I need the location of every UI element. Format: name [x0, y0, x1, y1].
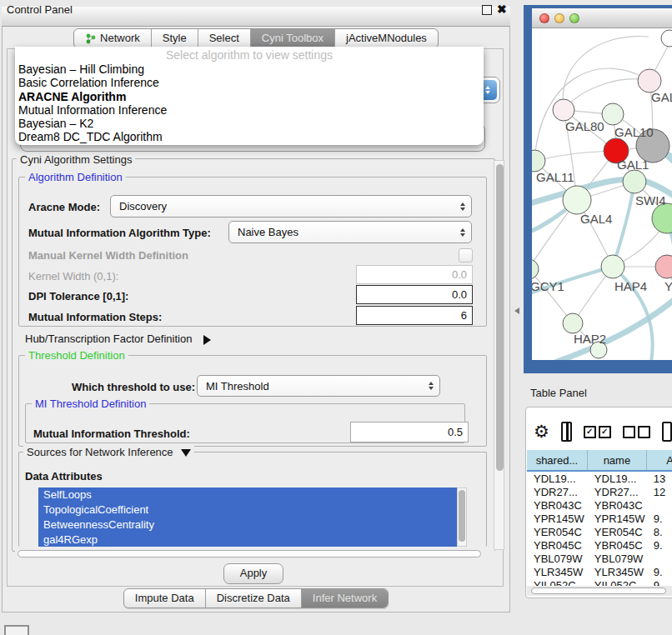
manual-kernel-label: Manual Kernel Width Definition [28, 249, 188, 262]
table-cell: YLR345W [588, 566, 647, 578]
tab-style[interactable]: Style [151, 29, 198, 48]
apply-button[interactable]: Apply [223, 563, 283, 584]
table-cell: YBR043C [527, 499, 588, 512]
tab-label: Infer Network [313, 589, 377, 608]
panel-collapse-icon[interactable] [514, 308, 519, 314]
float-window-icon[interactable] [482, 5, 492, 15]
attributes-scrollbar[interactable] [457, 488, 467, 547]
dpi-tolerance-label: DPI Tolerance [0,1]: [28, 290, 128, 302]
tab-network[interactable]: Network [74, 29, 151, 48]
mi-threshold-field[interactable]: 0.5 [350, 422, 469, 442]
node-label-gal4: GAL4 [580, 212, 612, 226]
network-node[interactable] [652, 203, 672, 233]
network-icon [85, 33, 96, 44]
select-all-icon[interactable]: ✓✓ [584, 426, 611, 438]
table-panel-title: Table Panel [530, 387, 587, 399]
attribute-item-betweennesscentrality[interactable]: BetweennessCentrality [38, 518, 457, 532]
aracne-mode-combobox[interactable]: Discovery [110, 195, 472, 218]
mi-threshold-value: 0.5 [448, 426, 463, 438]
algorithm-option-aracne-algorithm[interactable]: ARACNE Algorithm [15, 90, 484, 103]
aracne-mode-label: Aracne Mode: [28, 201, 100, 213]
algorithm-option-basic-correlation-inference[interactable]: Basic Correlation Inference [15, 76, 484, 89]
tab-select[interactable]: Select [198, 29, 250, 48]
network-canvas[interactable]: GALGAL80GAL10GAL1GAL11SWI4GAL4GCY1HAP4YH… [532, 28, 672, 360]
algorithm-option-mutual-information-inference[interactable]: Mutual Information Inference [15, 103, 484, 117]
mi-type-combobox[interactable]: Naive Bayes [228, 221, 472, 243]
mi-threshold-group-title: MI Threshold Definition [32, 398, 149, 410]
network-node-hap2[interactable] [563, 313, 583, 333]
document-icon[interactable] [662, 422, 672, 442]
table-header-row: shared...nameA [527, 450, 672, 472]
table-row[interactable]: YLR345WYLR345W9. [527, 565, 672, 578]
table-cell: YBL079W [588, 552, 647, 565]
attribute-item-topologicalcoefficient[interactable]: TopologicalCoefficient [38, 502, 457, 518]
mac-minimize-icon[interactable] [554, 13, 564, 23]
table-row[interactable]: YDL19...YDL19...13 [527, 472, 672, 485]
table-cell: YBL079W [527, 552, 588, 565]
manual-kernel-checkbox[interactable] [459, 248, 473, 262]
table-cell: YLR345W [527, 566, 588, 578]
tab-label: Cyni Toolbox [262, 29, 323, 48]
column-header-2[interactable]: name [588, 450, 647, 470]
table-cell: YBR045C [588, 539, 647, 552]
tab-infer-network[interactable]: Infer Network [301, 589, 388, 608]
column-header-3[interactable]: A [647, 450, 672, 470]
table-row[interactable]: YBR043CYBR043C [527, 498, 672, 512]
node-label-gal: GAL [651, 90, 672, 104]
table-row[interactable]: YBL079WYBL079W [527, 552, 672, 565]
network-node-y[interactable] [655, 255, 672, 278]
algorithm-option-dream8-dc-tdc-algorithm[interactable]: Dream8 DC_TDC Algorithm [15, 130, 484, 143]
hub-definition-toggle[interactable]: Hub/Transcription Factor Definition [25, 332, 211, 345]
tab-discretize-data[interactable]: Discretize Data [205, 589, 301, 608]
tab-jactivemnodules[interactable]: jActiveMNodules [334, 29, 438, 48]
close-icon[interactable]: ✖ [497, 2, 507, 16]
bottom-tab-strip: Impute DataDiscretize DataInfer Network [123, 588, 389, 608]
network-window-titlebar[interactable] [532, 8, 672, 28]
screenshot-stage: Control Panel ✖ NetworkStyleSelectCyni T… [0, 0, 672, 635]
column-header-1[interactable]: shared... [527, 450, 588, 470]
minimized-panel-icon[interactable] [4, 625, 29, 635]
sources-group-title[interactable]: Sources for Network Inference [23, 446, 194, 458]
network-node-gal4[interactable] [563, 186, 591, 214]
expand-right-icon[interactable] [203, 335, 211, 345]
which-threshold-combobox[interactable]: MI Threshold [197, 375, 440, 397]
node-table: shared...nameA YDL19...YDL19...13YDR27..… [527, 450, 672, 587]
columns-icon[interactable] [561, 422, 572, 442]
data-attributes-list[interactable]: SelfLoopsTopologicalCoefficientBetweenne… [38, 488, 457, 547]
network-node-gal[interactable] [638, 69, 661, 92]
table-row[interactable]: YDR27...YDR27...12 [527, 485, 672, 498]
algorithm-option-bayesian-hill-climbing[interactable]: Bayesian – Hill Climbing [15, 62, 484, 76]
collapse-down-icon[interactable] [181, 449, 191, 457]
network-node-swi4[interactable] [623, 170, 646, 193]
network-node-gal11[interactable] [532, 150, 545, 172]
table-row[interactable]: YBR045CYBR045C9. [527, 538, 672, 552]
attribute-item-gal4rgexp[interactable]: gal4RGexp [38, 532, 457, 547]
tab-impute-data[interactable]: Impute Data [124, 589, 205, 608]
mi-steps-field[interactable]: 6 [356, 306, 473, 325]
network-node-hap4[interactable] [601, 255, 624, 278]
kernel-width-field[interactable]: 0.0 [356, 265, 473, 284]
table-row[interactable]: YER054CYER054C8. [527, 525, 672, 538]
mac-zoom-icon[interactable] [569, 13, 579, 23]
table-cell: YDR27... [588, 486, 647, 498]
table-cell: 8. [647, 526, 672, 538]
mac-close-icon[interactable] [539, 13, 549, 23]
deselect-all-icon[interactable] [623, 426, 650, 438]
attribute-item-selfloops[interactable]: SelfLoops [38, 488, 457, 502]
node-label-gcy1: GCY1 [532, 279, 564, 293]
network-node-gal10[interactable] [602, 103, 624, 125]
control-panel-title: Control Panel [7, 3, 73, 16]
table-hscrollbar[interactable] [527, 586, 672, 596]
chevron-updown-icon [429, 382, 434, 390]
node-label-gal10: GAL10 [614, 125, 654, 139]
network-node[interactable] [661, 30, 672, 47]
network-node-gcy1[interactable] [532, 259, 539, 279]
network-node-gal80[interactable] [553, 99, 574, 121]
gear-icon[interactable]: ⚙ [534, 422, 549, 441]
table-row[interactable]: YPR145WYPR145W9. [527, 512, 672, 525]
dpi-tolerance-field[interactable]: 0.0 [356, 285, 473, 304]
algorithm-option-bayesian-k2[interactable]: Bayesian – K2 [15, 117, 484, 130]
tab-cyni-toolbox[interactable]: Cyni Toolbox [250, 29, 334, 48]
settings-hscrollbar[interactable] [15, 549, 494, 559]
settings-vscrollbar[interactable] [494, 160, 504, 550]
